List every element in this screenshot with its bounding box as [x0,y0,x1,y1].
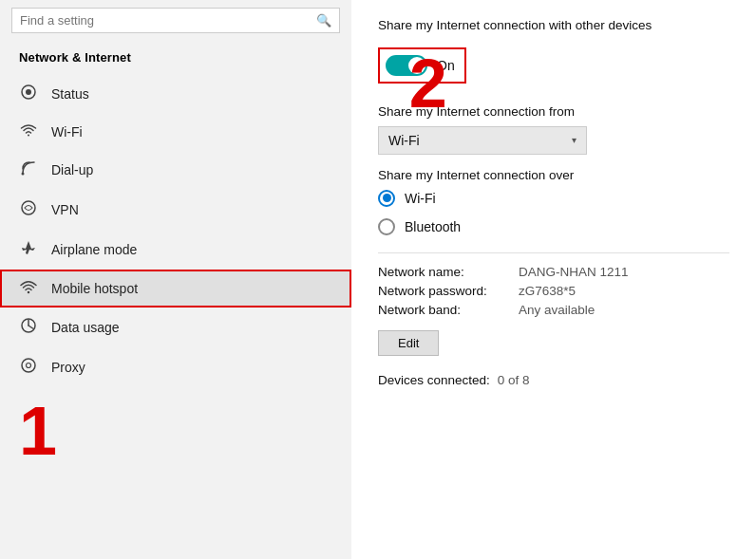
over-label: Share my Internet connection over [378,168,729,182]
connection-from-dropdown[interactable]: Wi-Fi ▾ [378,126,587,155]
sidebar-item-airplane[interactable]: Airplane mode [0,230,351,270]
wifi-icon [19,123,38,140]
sidebar-item-wifi[interactable]: Wi-Fi [0,114,351,150]
sidebar-item-label-wifi: Wi-Fi [51,124,83,140]
svg-point-1 [26,89,31,95]
divider [378,252,729,253]
radio-bluetooth-circle[interactable] [378,218,395,235]
sidebar-item-status[interactable]: Status [0,74,351,114]
annotation-1: 1 [0,387,76,465]
hotspot-icon [19,279,38,298]
radio-wifi[interactable]: Wi-Fi [378,190,729,207]
network-band-label: Network band: [378,303,511,317]
sidebar-item-hotspot[interactable]: Mobile hotspot [0,270,351,307]
sidebar-item-label-dialup: Dial-up [51,162,93,177]
sidebar-item-label-proxy: Proxy [51,360,85,375]
svg-point-3 [22,201,35,214]
sidebar-item-label-status: Status [51,86,89,102]
sidebar-title: Network & Internet [0,45,351,74]
share-title: Share my Internet connection with other … [378,17,729,34]
sidebar: 🔍 Network & Internet Status Wi-Fi [0,0,351,559]
airplane-icon [19,239,38,260]
sidebar-item-label-hotspot: Mobile hotspot [51,281,138,296]
network-info: Network name: DANG-NHAN 1211 Network pas… [378,265,729,317]
devices-row: Devices connected: 0 of 8 [378,373,729,387]
dialup-icon [19,159,38,180]
svg-point-5 [22,359,35,372]
radio-wifi-label: Wi-Fi [405,191,436,206]
devices-label: Devices connected: [378,373,490,387]
devices-value: 0 of 8 [498,373,530,387]
svg-point-6 [27,363,31,368]
sidebar-item-label-vpn: VPN [51,202,79,217]
search-box[interactable]: 🔍 [11,8,340,33]
sidebar-item-label-airplane: Airplane mode [51,242,137,257]
sidebar-item-label-datausage: Data usage [51,320,120,335]
radio-wifi-circle[interactable] [378,190,395,207]
sidebar-item-proxy[interactable]: Proxy [0,347,351,387]
chevron-down-icon: ▾ [572,135,576,145]
dropdown-value: Wi-Fi [388,133,420,148]
search-icon: 🔍 [316,13,331,28]
datausage-icon [19,317,38,338]
sidebar-item-vpn[interactable]: VPN [0,190,351,230]
proxy-icon [19,357,38,378]
vpn-icon [19,199,38,220]
svg-point-2 [22,173,25,176]
network-name-label: Network name: [378,265,511,279]
annotation-2: 2 [409,49,447,118]
sidebar-item-dialup[interactable]: Dial-up [0,150,351,190]
network-password-label: Network password: [378,284,511,298]
search-input[interactable] [20,13,316,28]
network-password-value: zG7638*5 [519,284,729,298]
radio-group: Wi-Fi Bluetooth [378,190,729,235]
sidebar-item-datausage[interactable]: Data usage [0,307,351,347]
network-name-value: DANG-NHAN 1211 [519,265,729,279]
radio-bluetooth-label: Bluetooth [405,219,461,234]
status-icon [19,84,38,104]
main-content: Share my Internet connection with other … [351,0,756,559]
radio-bluetooth[interactable]: Bluetooth [378,218,729,235]
edit-button[interactable]: Edit [378,330,439,356]
network-band-value: Any available [519,303,729,317]
